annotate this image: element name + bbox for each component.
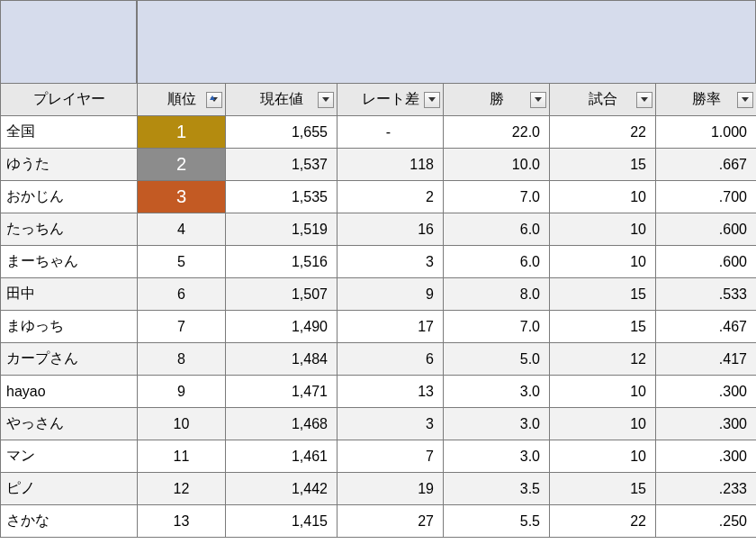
cell-games[interactable]: 15 bbox=[550, 278, 656, 311]
cell-wins[interactable]: 7.0 bbox=[444, 181, 550, 213]
cell-rank[interactable]: 4 bbox=[138, 213, 226, 246]
cell-games[interactable]: 10 bbox=[550, 213, 656, 246]
cell-player[interactable]: ゆうた bbox=[1, 149, 138, 181]
cell-rate[interactable]: .600 bbox=[656, 246, 757, 278]
cell-wins[interactable]: 3.0 bbox=[444, 376, 550, 408]
cell-rank[interactable]: 10 bbox=[138, 408, 226, 440]
filter-dropdown-icon[interactable] bbox=[318, 92, 334, 108]
cell-diff[interactable]: 13 bbox=[338, 376, 444, 408]
cell-value[interactable]: 1,519 bbox=[226, 213, 338, 246]
cell-games[interactable]: 10 bbox=[550, 408, 656, 440]
cell-player[interactable]: まーちゃん bbox=[1, 246, 138, 278]
cell-rank[interactable]: 8 bbox=[138, 343, 226, 376]
cell-diff[interactable]: 27 bbox=[338, 505, 444, 538]
cell-player[interactable]: 全国 bbox=[1, 116, 138, 149]
cell-rate[interactable]: .233 bbox=[656, 473, 757, 505]
cell-value[interactable]: 1,468 bbox=[226, 408, 338, 440]
cell-rate[interactable]: .467 bbox=[656, 311, 757, 343]
cell-diff[interactable]: 6 bbox=[338, 343, 444, 376]
cell-diff[interactable]: 3 bbox=[338, 246, 444, 278]
cell-player[interactable]: ピノ bbox=[1, 473, 138, 505]
cell-player[interactable]: マン bbox=[1, 440, 138, 473]
cell-games[interactable]: 22 bbox=[550, 116, 656, 149]
cell-player[interactable]: さかな bbox=[1, 505, 138, 538]
col-header-rate[interactable]: 勝率 bbox=[656, 84, 757, 116]
cell-rate[interactable]: .300 bbox=[656, 376, 757, 408]
cell-player[interactable]: カープさん bbox=[1, 343, 138, 376]
cell-player[interactable]: まゆっち bbox=[1, 311, 138, 343]
cell-wins[interactable]: 8.0 bbox=[444, 278, 550, 311]
cell-player[interactable]: たっちん bbox=[1, 213, 138, 246]
cell-value[interactable]: 1,537 bbox=[226, 149, 338, 181]
cell-wins[interactable]: 6.0 bbox=[444, 213, 550, 246]
cell-value[interactable]: 1,535 bbox=[226, 181, 338, 213]
cell-player[interactable]: おかじん bbox=[1, 181, 138, 213]
cell-games[interactable]: 15 bbox=[550, 473, 656, 505]
cell-games[interactable]: 15 bbox=[550, 311, 656, 343]
cell-value[interactable]: 1,442 bbox=[226, 473, 338, 505]
cell-rank[interactable]: 11 bbox=[138, 440, 226, 473]
cell-rate[interactable]: .300 bbox=[656, 408, 757, 440]
cell-value[interactable]: 1,461 bbox=[226, 440, 338, 473]
cell-rate[interactable]: .250 bbox=[656, 505, 757, 538]
cell-wins[interactable]: 22.0 bbox=[444, 116, 550, 149]
cell-player[interactable]: hayao bbox=[1, 376, 138, 408]
cell-rate[interactable]: .533 bbox=[656, 278, 757, 311]
cell-value[interactable]: 1,471 bbox=[226, 376, 338, 408]
col-header-value[interactable]: 現在値 bbox=[226, 84, 338, 116]
cell-value[interactable]: 1,415 bbox=[226, 505, 338, 538]
filter-dropdown-icon[interactable] bbox=[424, 92, 440, 108]
cell-value[interactable]: 1,484 bbox=[226, 343, 338, 376]
filter-dropdown-icon[interactable] bbox=[737, 92, 753, 108]
cell-games[interactable]: 10 bbox=[550, 376, 656, 408]
cell-wins[interactable]: 6.0 bbox=[444, 246, 550, 278]
cell-wins[interactable]: 7.0 bbox=[444, 311, 550, 343]
cell-diff[interactable]: 16 bbox=[338, 213, 444, 246]
cell-rank[interactable]: 6 bbox=[138, 278, 226, 311]
cell-wins[interactable]: 3.0 bbox=[444, 408, 550, 440]
filter-dropdown-icon[interactable] bbox=[530, 92, 546, 108]
col-header-diff[interactable]: レート差 bbox=[338, 84, 444, 116]
col-header-rank[interactable]: 順位 bbox=[138, 84, 226, 116]
cell-rank[interactable]: 9 bbox=[138, 376, 226, 408]
cell-rate[interactable]: .417 bbox=[656, 343, 757, 376]
cell-games[interactable]: 10 bbox=[550, 181, 656, 213]
cell-diff[interactable]: 118 bbox=[338, 149, 444, 181]
cell-rank[interactable]: 13 bbox=[138, 505, 226, 538]
cell-rank[interactable]: 3 bbox=[138, 181, 226, 213]
cell-diff[interactable]: 9 bbox=[338, 278, 444, 311]
cell-diff[interactable]: 3 bbox=[338, 408, 444, 440]
cell-value[interactable]: 1,516 bbox=[226, 246, 338, 278]
cell-rank[interactable]: 2 bbox=[138, 149, 226, 181]
col-header-wins[interactable]: 勝 bbox=[444, 84, 550, 116]
cell-wins[interactable]: 10.0 bbox=[444, 149, 550, 181]
cell-value[interactable]: 1,490 bbox=[226, 311, 338, 343]
cell-wins[interactable]: 5.0 bbox=[444, 343, 550, 376]
cell-diff[interactable]: 7 bbox=[338, 440, 444, 473]
cell-games[interactable]: 10 bbox=[550, 246, 656, 278]
cell-wins[interactable]: 5.5 bbox=[444, 505, 550, 538]
cell-games[interactable]: 22 bbox=[550, 505, 656, 538]
cell-games[interactable]: 15 bbox=[550, 149, 656, 181]
cell-rate[interactable]: .667 bbox=[656, 149, 757, 181]
col-header-player[interactable]: プレイヤー bbox=[1, 84, 138, 116]
cell-player[interactable]: 田中 bbox=[1, 278, 138, 311]
cell-rate[interactable]: .600 bbox=[656, 213, 757, 246]
cell-games[interactable]: 10 bbox=[550, 440, 656, 473]
filter-sort-icon[interactable] bbox=[206, 92, 222, 108]
cell-rate[interactable]: .700 bbox=[656, 181, 757, 213]
cell-diff[interactable]: 17 bbox=[338, 311, 444, 343]
cell-diff[interactable]: - bbox=[338, 116, 444, 149]
cell-rank[interactable]: 1 bbox=[138, 116, 226, 149]
cell-value[interactable]: 1,655 bbox=[226, 116, 338, 149]
filter-dropdown-icon[interactable] bbox=[636, 92, 652, 108]
cell-wins[interactable]: 3.5 bbox=[444, 473, 550, 505]
cell-rank[interactable]: 12 bbox=[138, 473, 226, 505]
cell-wins[interactable]: 3.0 bbox=[444, 440, 550, 473]
col-header-games[interactable]: 試合 bbox=[550, 84, 656, 116]
cell-rank[interactable]: 7 bbox=[138, 311, 226, 343]
cell-player[interactable]: やっさん bbox=[1, 408, 138, 440]
cell-rate[interactable]: 1.000 bbox=[656, 116, 757, 149]
cell-diff[interactable]: 2 bbox=[338, 181, 444, 213]
cell-value[interactable]: 1,507 bbox=[226, 278, 338, 311]
